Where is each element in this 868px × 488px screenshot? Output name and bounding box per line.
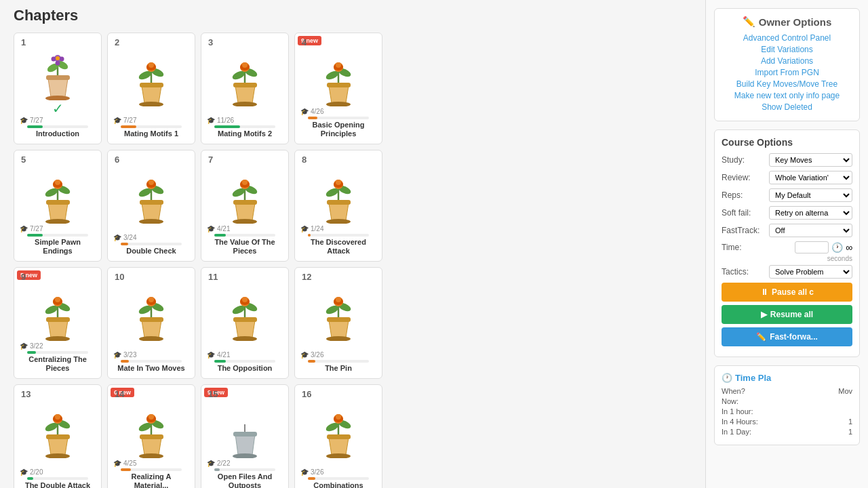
chapter-card[interactable]: 6 new 14 🎓 (107, 384, 195, 488)
owner-option-link[interactable]: Advanced Control Panel (722, 33, 852, 43)
svg-point-58 (233, 219, 257, 224)
plant-container (39, 404, 77, 458)
chapter-card[interactable]: 6 🎓 3/24 (107, 150, 195, 262)
resume-all-button[interactable]: ▶ Resume all (722, 305, 852, 324)
plant-container (39, 169, 77, 224)
reps-select[interactable]: My Default (769, 188, 852, 202)
chapter-bottom: 🎓 7/27 Mating Motifs 1 (113, 117, 189, 138)
tactics-row: Tactics: Solve Problem (722, 265, 852, 279)
progress-bar (214, 234, 275, 237)
chapter-stats: 🎓 3/24 (113, 234, 189, 241)
chapter-stats: 🎓 7/27 (20, 225, 96, 232)
progress-bar (308, 117, 369, 119)
time-row: Time: 🕐 ∞ (722, 241, 852, 253)
svg-point-134 (326, 453, 351, 458)
plant-container (39, 52, 77, 100)
tactics-select[interactable]: Solve Problem (769, 265, 852, 279)
svg-rect-93 (233, 317, 257, 322)
progress-fill (308, 360, 315, 363)
chapter-bottom: 🎓 4/25 Realizing A Material... (113, 460, 189, 488)
chapter-title: Double Check (113, 247, 189, 256)
chapter-card[interactable]: 13 🎓 2/20 (14, 384, 102, 488)
plant-container (39, 287, 77, 341)
study-row: Study: Key Moves (722, 153, 852, 167)
svg-point-9 (55, 60, 60, 65)
chapter-card[interactable]: 8 🎓 1/24 (294, 150, 382, 262)
plant-container (320, 169, 357, 224)
chapter-card[interactable]: 1 ✓ (14, 33, 102, 144)
svg-point-130 (233, 453, 257, 458)
soft-fail-select[interactable]: Retry on alterna (769, 206, 852, 220)
plant-container (133, 52, 170, 106)
progress-fill (121, 243, 128, 245)
chapter-card[interactable]: 3 🎓 11/26 (201, 33, 289, 144)
stats-value: 3/26 (311, 468, 323, 476)
reps-row: Reps: My Default (722, 188, 852, 202)
progress-bar (121, 125, 182, 128)
svg-point-73 (336, 180, 341, 185)
svg-marker-119 (142, 438, 161, 455)
chapter-card[interactable]: 5 new 9 🎓 (14, 267, 102, 379)
svg-rect-30 (327, 83, 351, 87)
chapter-bottom: 🎓 1/24 The Discovered Attack (300, 225, 376, 256)
fasttrack-label: FastTrack: (722, 226, 766, 235)
owner-option-link[interactable]: Build Key Moves/Move Tree (722, 79, 852, 89)
plant-container (226, 287, 264, 341)
study-select[interactable]: Key Moves (769, 153, 852, 167)
chapter-card[interactable]: 7 🎓 4/21 (201, 150, 289, 262)
chapter-card[interactable]: 5 🎓 7/27 (14, 150, 102, 262)
progress-bar (308, 360, 369, 363)
chapter-title: The Double Attack (20, 481, 96, 488)
owner-option-link[interactable]: Show Deleted (722, 102, 852, 112)
svg-marker-128 (235, 434, 255, 455)
chapter-card[interactable]: 12 🎓 3/26 (294, 267, 382, 379)
progress-bar (214, 125, 275, 128)
chapter-card[interactable]: 16 🎓 3/26 (294, 384, 382, 488)
owner-option-link[interactable]: Edit Variations (722, 45, 852, 54)
svg-point-109 (336, 297, 341, 302)
chapter-stats: 🎓 3/26 (300, 468, 376, 476)
stats-icon: 🎓 (207, 117, 215, 124)
chapter-stats: 🎓 2/22 (207, 460, 283, 467)
time-input[interactable] (795, 241, 829, 253)
stats-icon: 🎓 (113, 460, 121, 467)
owner-option-link[interactable]: Make new text only info page (722, 91, 852, 100)
chapter-bottom: 🎓 3/26 The Pin (300, 351, 376, 373)
chapter-title: The Discovered Attack (300, 238, 376, 256)
chapter-stats: 🎓 7/27 (20, 117, 96, 124)
stats-value: 7/27 (30, 117, 43, 124)
chapter-stats: 🎓 3/26 (300, 351, 376, 359)
owner-option-link[interactable]: Import From PGN (722, 68, 852, 77)
chapter-stats: 🎓 2/20 (20, 468, 96, 476)
chapter-card[interactable]: 11 🎓 4/21 (201, 267, 289, 379)
chapter-title: Introduction (20, 129, 96, 138)
chapter-card[interactable]: 9 new 15 🎓 2/22 (201, 384, 289, 488)
chapter-card[interactable]: 2 🎓 7/27 (107, 33, 195, 144)
fastforward-button[interactable]: ✏️ Fast-forwa... (722, 327, 852, 346)
time-plan-title: 🕐 Time Pla (722, 373, 852, 383)
pause-all-button[interactable]: ⏸ Pause all c (722, 283, 852, 302)
chapter-stats: 🎓 4/21 (207, 225, 283, 232)
progress-fill (214, 468, 220, 471)
chapter-number: 5 (21, 155, 26, 165)
seconds-label: seconds (722, 255, 852, 262)
stats-value: 7/27 (30, 225, 43, 232)
chapter-bottom: 🎓 7/27 Introduction (20, 117, 96, 138)
stats-value: 4/21 (217, 351, 230, 359)
review-select[interactable]: Whole Variation' (769, 171, 852, 184)
stats-icon: 🎓 (113, 234, 121, 241)
chapter-card[interactable]: 10 🎓 3/23 (107, 267, 195, 379)
time-clock-icon[interactable]: 🕐 (831, 242, 843, 253)
review-row: Review: Whole Variation' (722, 171, 852, 184)
stats-value: 4/21 (217, 225, 230, 232)
time-infinity-icon[interactable]: ∞ (846, 242, 852, 253)
fasttrack-select[interactable]: Off (769, 224, 852, 237)
stats-icon: 🎓 (207, 460, 215, 467)
chapter-card[interactable]: 9 new 4 🎓 (294, 33, 382, 144)
progress-fill (27, 477, 33, 480)
owner-option-link[interactable]: Add Variations (722, 56, 852, 66)
chapter-title: Mating Motifs 2 (207, 129, 283, 138)
plant-container (226, 52, 264, 106)
svg-marker-101 (329, 321, 349, 338)
progress-bar (27, 234, 88, 237)
